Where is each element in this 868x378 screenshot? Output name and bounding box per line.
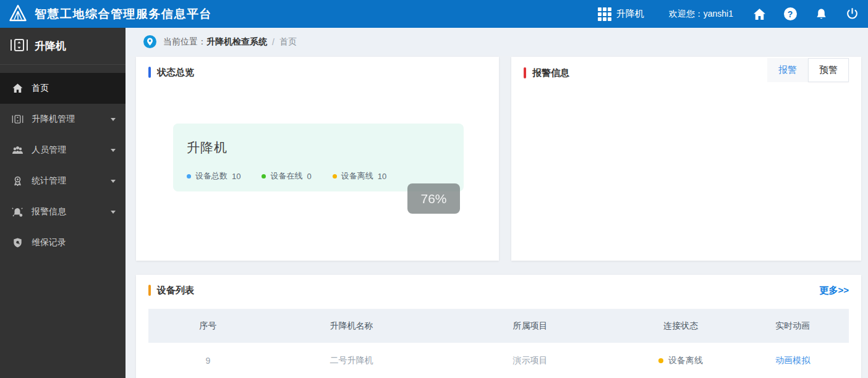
device-table: 序号升降机名称所属项目连接状态实时动画 9二号升降机演示项目设备离线动画模拟: [148, 309, 849, 378]
people-icon: [11, 146, 23, 155]
device-accent-bar: [148, 285, 151, 296]
alarm-tabs: 报警预警: [767, 58, 849, 82]
sidebar-item-alarm-info[interactable]: 报警信息: [0, 196, 126, 227]
status-panel-title: 状态总览: [157, 67, 194, 78]
stat-设备总数: 设备总数10: [187, 170, 240, 182]
notifications-button[interactable]: [814, 7, 828, 22]
sidebar-item-label: 报警信息: [32, 206, 66, 217]
sidebar-item-home[interactable]: 首页: [0, 73, 126, 104]
power-button[interactable]: [845, 7, 859, 22]
alarm-tab-预警[interactable]: 预警: [808, 58, 849, 82]
home-icon: [11, 83, 23, 93]
alarm-panel-title: 报警信息: [532, 67, 569, 79]
cell-project: 演示项目: [436, 343, 625, 378]
stat-dot-icon: [187, 174, 191, 178]
stat-label: 设备离线: [341, 170, 373, 182]
sidebar-item-personnel-management[interactable]: 人员管理: [0, 135, 126, 166]
sidebar-item-lift-management[interactable]: 升降机管理: [0, 104, 126, 135]
lift-logo-icon: [10, 38, 28, 54]
column-header: 序号: [148, 309, 268, 343]
welcome-text: 欢迎您：yanshi1: [669, 9, 733, 20]
breadcrumb-separator: /: [272, 37, 274, 47]
username: yanshi1: [704, 9, 733, 19]
chevron-down-icon: [111, 211, 116, 214]
status-dot-icon: [658, 358, 663, 363]
stat-label: 设备总数: [195, 170, 228, 182]
sidebar-item-label: 统计管理: [32, 175, 66, 187]
stat-dot-icon: [262, 174, 266, 178]
column-header: 连接状态: [624, 309, 736, 343]
alarm-tab-报警[interactable]: 报警: [767, 58, 808, 82]
location-pin-icon: [143, 35, 156, 48]
animation-simulation-link[interactable]: 动画模拟: [775, 355, 810, 365]
app-title: 智慧工地综合管理服务信息平台: [35, 6, 212, 22]
breadcrumb-current[interactable]: 首页: [279, 36, 297, 48]
welcome-label: 欢迎您：: [669, 9, 704, 19]
chevron-down-icon: [111, 180, 116, 183]
app-header: 智慧工地综合管理服务信息平台 升降机 欢迎您：yanshi1 ?: [0, 0, 868, 28]
cell-no: 9: [148, 343, 268, 378]
status-accent-bar: [148, 67, 151, 78]
sidebar-item-label: 首页: [32, 83, 49, 94]
table-row: 9二号升降机演示项目设备离线动画模拟: [148, 343, 849, 378]
chevron-down-icon: [111, 149, 116, 152]
help-button[interactable]: ?: [783, 7, 798, 22]
main-area: 当前位置： 升降机检查系统 / 首页 状态总览 升降机 设备总数10设备在线0设…: [126, 28, 868, 378]
sidebar-menu: 首页升降机管理人员管理统计管理报警信息维保记录: [0, 65, 126, 258]
sidebar-title: 升降机: [35, 39, 66, 53]
stat-value: 0: [307, 172, 311, 181]
status-card-title: 升降机: [187, 139, 450, 156]
grid-icon: [598, 7, 611, 21]
app-switcher-label: 升降机: [616, 8, 644, 20]
status-card-stats: 设备总数10设备在线0设备离线10: [187, 170, 450, 182]
chevron-down-icon: [111, 118, 116, 121]
stat-设备在线: 设备在线0: [262, 170, 311, 182]
sidebar-item-statistics-management[interactable]: 统计管理: [0, 166, 126, 196]
column-header: 实时动画: [737, 309, 849, 343]
sidebar-item-maintenance-records[interactable]: 维保记录: [0, 227, 126, 258]
sidebar-item-label: 人员管理: [32, 145, 66, 156]
device-list-panel: 设备列表 更多>> 序号升降机名称所属项目连接状态实时动画 9二号升降机演示项目…: [136, 275, 861, 378]
cell-name: 二号升降机: [268, 343, 436, 378]
question-icon: ?: [784, 7, 797, 20]
device-table-header-row: 序号升降机名称所属项目连接状态实时动画: [148, 309, 849, 343]
app-switcher-button[interactable]: 升降机: [598, 7, 644, 21]
stat-dot-icon: [333, 174, 337, 178]
sidebar-item-label: 升降机管理: [32, 114, 75, 125]
sidebar-item-label: 维保记录: [32, 237, 66, 248]
alarm-accent-bar: [524, 67, 526, 78]
lift-status-card[interactable]: 升降机 设备总数10设备在线0设备离线10: [173, 124, 464, 191]
home-button[interactable]: [752, 7, 767, 22]
alarm-icon: [11, 207, 23, 217]
shield-icon: [11, 238, 23, 248]
medal-icon: [11, 176, 23, 186]
column-header: 升降机名称: [268, 309, 436, 343]
column-header: 所属项目: [436, 309, 625, 343]
sidebar: 升降机 首页升降机管理人员管理统计管理报警信息维保记录: [0, 28, 126, 378]
breadcrumb: 当前位置： 升降机检查系统 / 首页: [126, 28, 868, 56]
lift-icon: [11, 114, 23, 124]
stat-label: 设备在线: [270, 170, 302, 182]
brand-logo-icon: [9, 4, 27, 25]
content: 状态总览 升降机 设备总数10设备在线0设备离线10 报警信息 报警预警: [126, 56, 868, 378]
alarm-panel-header: 报警信息 报警预警: [511, 57, 861, 88]
zoom-level-toast: 76%: [407, 183, 460, 214]
stat-value: 10: [232, 172, 240, 181]
stat-设备离线: 设备离线10: [333, 170, 386, 182]
alarm-info-panel: 报警信息 报警预警: [511, 57, 861, 261]
sidebar-header: 升降机: [0, 28, 126, 65]
stat-value: 10: [378, 172, 386, 181]
device-panel-title: 设备列表: [157, 285, 194, 296]
device-panel-header: 设备列表 更多>>: [136, 275, 861, 306]
brand: 智慧工地综合管理服务信息平台: [9, 4, 212, 25]
status-badge: 设备离线: [658, 355, 703, 366]
breadcrumb-system[interactable]: 升降机检查系统: [206, 36, 267, 48]
status-panel-header: 状态总览: [136, 57, 499, 88]
more-link[interactable]: 更多>>: [819, 285, 849, 296]
breadcrumb-prefix: 当前位置：: [163, 36, 206, 48]
status-overview-panel: 状态总览 升降机 设备总数10设备在线0设备离线10: [136, 57, 499, 261]
